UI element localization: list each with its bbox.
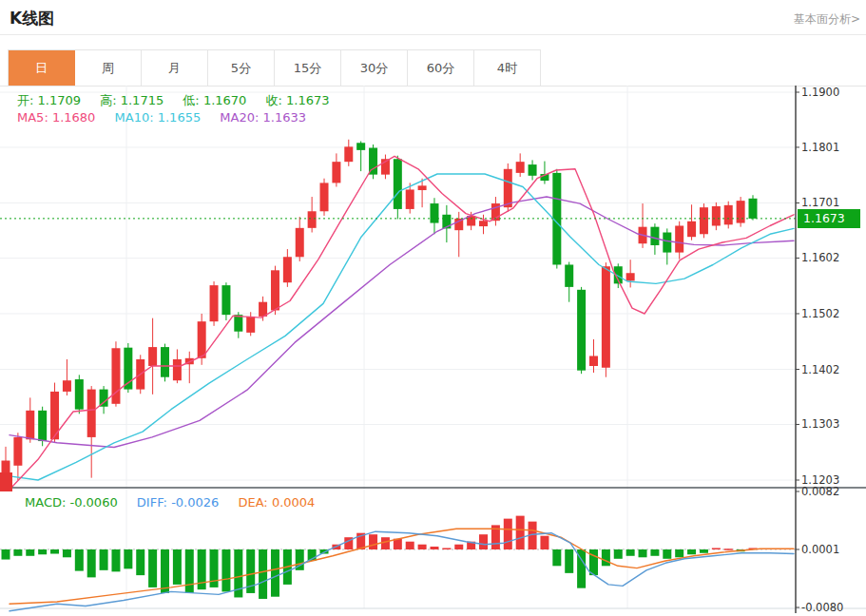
current-price-badge: 1.1673: [798, 209, 860, 228]
close-value: 1.1673: [286, 93, 330, 107]
close-label: 收:: [266, 93, 282, 107]
macd-label: MACD:: [25, 495, 66, 510]
svg-text:1.1402: 1.1402: [801, 363, 839, 376]
panel-resize-handle[interactable]: [0, 472, 12, 491]
diff-label: DIFF:: [137, 495, 167, 510]
svg-text:1.1602: 1.1602: [801, 251, 839, 264]
ma20-label: MA20:: [220, 110, 259, 125]
ohlc-legend: 开: 1.1709 高: 1.1715 低: 1.1670 收: 1.1673: [17, 92, 345, 109]
svg-text:-0.0080: -0.0080: [801, 601, 843, 614]
macd-value: -0.0060: [70, 495, 118, 510]
svg-text:1.1303: 1.1303: [801, 417, 839, 431]
dea-label: DEA:: [238, 495, 267, 510]
svg-text:1.1801: 1.1801: [801, 141, 839, 154]
ma10-value: 1.1655: [158, 110, 202, 125]
low-value: 1.1670: [203, 93, 247, 107]
svg-text:0.0001: 0.0001: [801, 543, 839, 556]
candles: [2, 140, 758, 493]
ma20-value: 1.1633: [263, 110, 307, 125]
open-value: 1.1709: [38, 93, 82, 107]
ma5-value: 1.1680: [52, 110, 96, 125]
open-label: 开:: [17, 93, 33, 107]
ma10-label: MA10:: [115, 110, 154, 125]
svg-text:1.1701: 1.1701: [801, 196, 839, 209]
macd-legend: MACD: -0.0060 DIFF: -0.0026 DEA: 0.0004: [25, 495, 330, 510]
kline-widget: K线图 基本面分析> 日 周 月 5分 15分 30分 60分 4时 1.190…: [0, 0, 866, 616]
svg-text:1.1502: 1.1502: [801, 307, 839, 320]
svg-text:0.0082: 0.0082: [801, 485, 839, 498]
svg-text:1.1900: 1.1900: [801, 86, 839, 99]
diff-value: -0.0026: [171, 495, 219, 510]
high-label: 高:: [100, 93, 116, 107]
ma5-label: MA5:: [17, 110, 48, 125]
ma-legend: MA5: 1.1680 MA10: 1.1655 MA20: 1.1633: [17, 110, 321, 125]
high-value: 1.1715: [121, 93, 164, 107]
dea-value: 0.0004: [272, 495, 316, 510]
low-label: 低:: [183, 93, 199, 107]
